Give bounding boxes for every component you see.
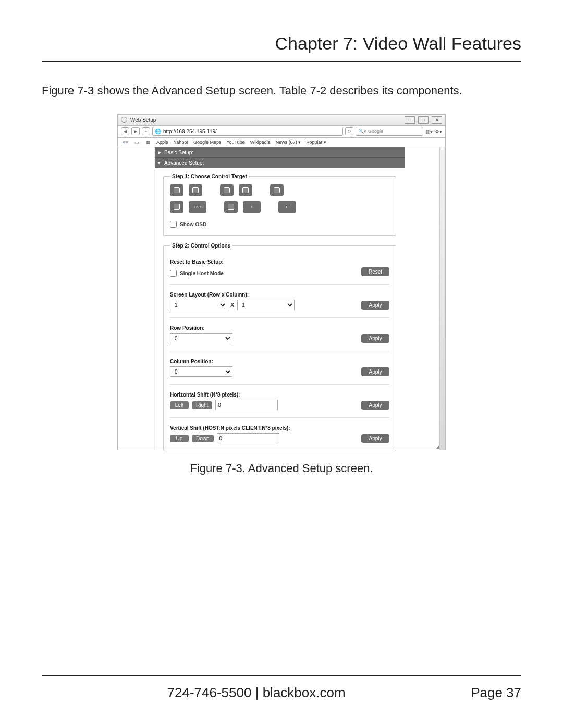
bookmark-yahoo[interactable]: Yahoo! [174, 140, 188, 145]
footer-phone: 724-746-5500 [167, 685, 252, 700]
search-icon: 🔍▾ [358, 129, 366, 134]
single-host-checkbox[interactable]: Single Host Mode [170, 270, 224, 277]
reload-button[interactable]: ↻ [345, 127, 353, 135]
target-zero[interactable]: 0 [278, 201, 296, 213]
row-position-select[interactable]: 0 [170, 333, 232, 343]
row-position-label: Row Position: [170, 325, 389, 331]
forward-button[interactable]: ▶ [131, 127, 140, 135]
search-field[interactable]: 🔍▾ Google [356, 127, 423, 136]
target-box[interactable] [270, 184, 284, 196]
bookmarks-bar: 👓 ▭ ▦ Apple Yahoo! Google Maps YouTube W… [118, 138, 445, 147]
cols-select[interactable]: 1 [237, 300, 295, 310]
separator [170, 384, 389, 385]
chevron-down-icon: ▾ [158, 161, 160, 165]
browser-toolbar: ◀ ▶ + 🌐 http://169.254.195.119/ ↻ 🔍▾ Goo… [118, 126, 445, 138]
close-icon[interactable]: ✕ [432, 116, 442, 124]
step1-legend: Step 1: Choose Control Target [170, 174, 249, 179]
accordion-advanced-setup[interactable]: ▾ Advanced Setup: [155, 158, 405, 168]
show-osd-checkbox[interactable]: Show OSD [170, 221, 389, 228]
right-gutter [407, 147, 445, 450]
minimize-icon[interactable]: ─ [405, 116, 415, 124]
screenshot-advanced-setup: Web Setup ─ □ ✕ ◀ ▶ + 🌐 http://169.254.1… [117, 114, 446, 450]
divider-bottom [42, 675, 521, 676]
footer-site: blackbox.com [263, 685, 346, 700]
up-button[interactable]: Up [170, 435, 189, 442]
bookmark-popular[interactable]: Popular ▾ [306, 140, 326, 145]
rows-select[interactable]: 1 [170, 300, 227, 310]
apply-col-button[interactable]: Apply [361, 367, 389, 376]
globe-icon [121, 117, 127, 123]
accordion-basic-label: Basic Setup: [164, 150, 193, 155]
window-title: Web Setup [130, 117, 401, 123]
search-placeholder: Google [368, 129, 383, 134]
address-bar[interactable]: 🌐 http://169.254.195.119/ [152, 127, 343, 136]
separator [170, 317, 389, 318]
target-box[interactable] [170, 184, 183, 196]
book-icon[interactable]: ▭ [133, 140, 140, 145]
footer-contact: 724-746-5500 | blackbox.com [42, 685, 471, 701]
apply-vshift-button[interactable]: Apply [361, 434, 389, 443]
separator [170, 284, 389, 285]
single-host-input[interactable] [170, 270, 177, 277]
step2-legend: Step 2: Control Options [170, 243, 232, 249]
bookmark-google-maps[interactable]: Google Maps [193, 140, 222, 145]
site-icon: 🌐 [155, 129, 161, 134]
target-this[interactable]: This [189, 201, 206, 213]
window-titlebar: Web Setup ─ □ ✕ [118, 115, 445, 126]
apply-hshift-button[interactable]: Apply [361, 401, 389, 410]
add-tab-button[interactable]: + [142, 127, 150, 135]
vshift-input[interactable] [217, 433, 279, 443]
accordion-basic-setup[interactable]: ▶ Basic Setup: [155, 147, 405, 158]
page-number: Page 37 [471, 685, 521, 701]
maximize-icon[interactable]: □ [418, 116, 429, 124]
column-position-select[interactable]: 0 [170, 366, 232, 377]
screen-layout-label: Screen Layout (Row x Column): [170, 292, 389, 298]
target-box[interactable] [220, 184, 234, 196]
bookmark-youtube[interactable]: YouTube [226, 140, 244, 145]
chapter-title: Chapter 7: Video Wall Features [42, 33, 521, 54]
vshift-label: Vertical Shift (HOST:N pixels CLIENT:N*8… [170, 425, 389, 431]
separator [170, 417, 389, 418]
left-gutter [118, 147, 155, 450]
gear-icon[interactable]: ⚙▾ [435, 129, 442, 134]
target-box[interactable] [170, 201, 183, 213]
down-button[interactable]: Down [192, 435, 214, 442]
bookmark-news[interactable]: News (67) ▾ [276, 140, 301, 145]
apply-layout-button[interactable]: Apply [361, 301, 389, 310]
target-box[interactable] [224, 201, 238, 213]
show-osd-input[interactable] [170, 221, 177, 228]
reset-button[interactable]: Reset [361, 267, 389, 276]
bookmark-apple[interactable]: Apple [156, 140, 168, 145]
x-separator: X [230, 302, 234, 308]
divider-top [42, 61, 521, 62]
target-box[interactable] [189, 184, 202, 196]
single-host-label: Single Host Mode [180, 270, 224, 276]
target-one[interactable]: 1 [243, 201, 261, 213]
show-osd-label: Show OSD [180, 221, 206, 227]
step1-fieldset: Step 1: Choose Control Target This [163, 174, 396, 236]
back-button[interactable]: ◀ [121, 127, 129, 135]
glasses-icon[interactable]: 👓 [122, 140, 128, 145]
right-button[interactable]: Right [192, 401, 212, 409]
column-position-label: Column Position: [170, 359, 389, 364]
url-text: http://169.254.195.119/ [163, 129, 217, 134]
left-button[interactable]: Left [170, 401, 189, 409]
footer-sep: | [255, 685, 263, 700]
accordion-advanced-label: Advanced Setup: [164, 160, 204, 166]
page-menu-icon[interactable]: ▥▾ [425, 129, 433, 134]
step2-fieldset: Step 2: Control Options Reset to Basic S… [163, 243, 396, 451]
hshift-label: Horizontal Shift (N*8 pixels): [170, 392, 389, 398]
reset-label: Reset to Basic Setup: [170, 259, 389, 265]
separator [170, 351, 389, 351]
hshift-input[interactable] [215, 400, 278, 410]
apply-row-button[interactable]: Apply [361, 334, 389, 343]
bookmark-wikipedia[interactable]: Wikipedia [250, 140, 271, 145]
chevron-right-icon: ▶ [158, 150, 161, 155]
intro-text: Figure 7-3 shows the Advanced Setup scre… [42, 84, 521, 97]
target-box[interactable] [239, 184, 252, 196]
grid-icon[interactable]: ▦ [145, 140, 151, 145]
